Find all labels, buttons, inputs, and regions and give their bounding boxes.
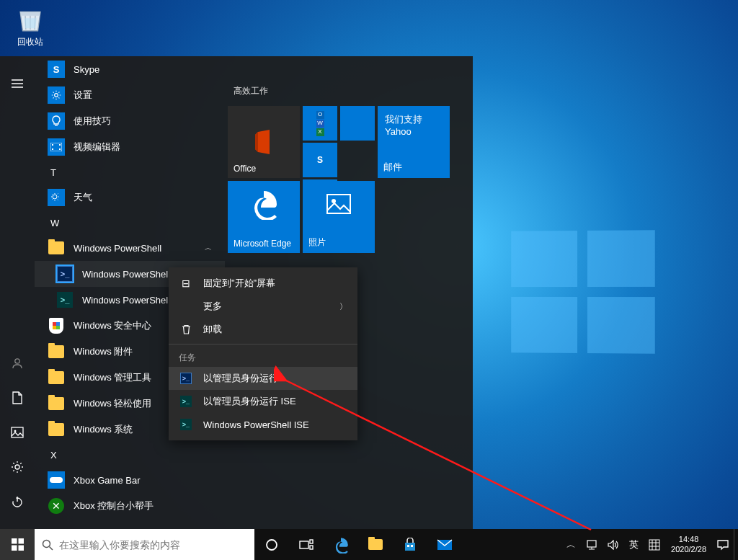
recycle-bin-label: 回收站 bbox=[9, 36, 52, 48]
svg-line-26 bbox=[50, 546, 53, 550]
taskbar-store[interactable] bbox=[393, 529, 427, 560]
app-label: Skype bbox=[74, 64, 99, 75]
app-label: Xbox 控制台小帮手 bbox=[74, 499, 154, 512]
app-tips[interactable]: 使用技巧 bbox=[35, 108, 225, 134]
app-label: Windows 安全中心 bbox=[74, 319, 151, 332]
tile-edge[interactable]: Microsoft Edge bbox=[228, 181, 300, 253]
ctx-run-admin-ise[interactable]: >_以管理员身份运行 ISE bbox=[169, 390, 357, 413]
taskview-button[interactable] bbox=[289, 529, 324, 560]
tile-skype-small[interactable]: S bbox=[303, 143, 337, 177]
show-desktop[interactable] bbox=[734, 529, 738, 560]
svg-rect-18 bbox=[327, 195, 350, 213]
svg-rect-21 bbox=[12, 538, 17, 544]
weather-icon bbox=[48, 189, 65, 206]
clock-time: 14:48 bbox=[671, 535, 706, 545]
ime-icon bbox=[649, 539, 660, 551]
app-skype[interactable]: SSkype bbox=[35, 56, 225, 82]
search-input[interactable] bbox=[59, 539, 247, 551]
tile-group-header[interactable]: 高效工作 bbox=[228, 56, 461, 106]
document-icon bbox=[12, 391, 23, 404]
clock-date: 2020/2/28 bbox=[671, 545, 706, 555]
xbox-icon: ✕ bbox=[48, 497, 65, 515]
tray-volume[interactable] bbox=[603, 529, 624, 560]
svg-rect-29 bbox=[310, 540, 313, 543]
app-label: Windows 附件 bbox=[74, 345, 133, 358]
tile-outlook[interactable]: OWX bbox=[303, 106, 337, 141]
pictures-icon bbox=[11, 427, 24, 438]
rail-user-button[interactable] bbox=[0, 346, 35, 381]
app-video-editor[interactable]: 视频编辑器 bbox=[35, 134, 225, 160]
tray-ime-lang[interactable]: 英 bbox=[624, 529, 644, 560]
rail-documents-button[interactable] bbox=[0, 381, 35, 415]
pin-icon: ⊟ bbox=[179, 277, 193, 289]
notification-icon bbox=[717, 539, 729, 551]
tray-ime-mode[interactable] bbox=[644, 529, 665, 560]
tray-notifications[interactable] bbox=[712, 529, 734, 560]
app-xbox-console[interactable]: ✕Xbox 控制台小帮手 bbox=[35, 493, 225, 519]
app-label: Windows 轻松使用 bbox=[74, 397, 151, 410]
app-label: 设置 bbox=[74, 89, 92, 102]
app-xbox-gamebar[interactable]: Xbox Game Bar bbox=[35, 467, 225, 493]
svg-rect-32 bbox=[411, 545, 413, 547]
svg-point-19 bbox=[332, 199, 336, 203]
rail-settings-button[interactable] bbox=[0, 450, 35, 484]
app-label: Windows PowerShell bbox=[74, 243, 161, 254]
taskbar-search[interactable] bbox=[35, 529, 254, 560]
folder-icon bbox=[48, 395, 65, 412]
taskbar-explorer[interactable] bbox=[358, 529, 393, 560]
cortana-button[interactable] bbox=[254, 529, 289, 560]
recycle-bin[interactable]: 回收站 bbox=[9, 4, 52, 48]
tray-clock[interactable]: 14:48 2020/2/28 bbox=[665, 535, 712, 555]
start-button[interactable] bbox=[0, 529, 35, 560]
ctx-label: 卸载 bbox=[203, 323, 222, 336]
letter-header-t[interactable]: T bbox=[35, 160, 225, 185]
letter-header-x[interactable]: X bbox=[35, 443, 225, 467]
power-icon bbox=[11, 495, 24, 508]
letter-header-w[interactable]: W bbox=[35, 210, 225, 235]
tile-label: Office bbox=[234, 164, 256, 174]
tile-yahoo[interactable] bbox=[340, 106, 375, 141]
folder-icon bbox=[368, 539, 383, 550]
ctx-run-admin[interactable]: >_以管理员身份运行 bbox=[169, 367, 357, 390]
svg-rect-12 bbox=[52, 144, 53, 146]
powershell-ise-icon: >_ bbox=[56, 291, 74, 308]
ime-label: 英 bbox=[629, 538, 639, 551]
app-weather[interactable]: 天气 bbox=[35, 185, 225, 210]
ctx-more[interactable]: 更多〉 bbox=[169, 295, 357, 318]
svg-rect-30 bbox=[310, 546, 313, 549]
taskbar-edge[interactable] bbox=[324, 529, 358, 560]
tray-chevron[interactable]: ︿ bbox=[561, 529, 581, 560]
gear-icon bbox=[11, 461, 24, 474]
ctx-uninstall[interactable]: 卸载 bbox=[169, 318, 357, 341]
tray-network[interactable] bbox=[581, 529, 603, 560]
volume-icon bbox=[608, 540, 619, 550]
tile-office[interactable]: Office bbox=[228, 106, 300, 178]
taskbar-mail[interactable] bbox=[427, 529, 462, 560]
taskbar: ︿ 英 14:48 2020/2/28 bbox=[0, 529, 738, 560]
svg-point-5 bbox=[14, 430, 17, 432]
folder-icon bbox=[48, 239, 65, 257]
tile-photos[interactable]: 照片 bbox=[303, 181, 375, 253]
chevron-up-icon: ︿ bbox=[205, 243, 212, 253]
tile-yahoo-wide[interactable]: 我们支持 Yahoo 邮件 bbox=[378, 106, 450, 178]
svg-point-16 bbox=[53, 195, 57, 199]
search-icon bbox=[42, 539, 53, 551]
app-powershell-folder[interactable]: Windows PowerShell︿ bbox=[35, 235, 225, 261]
tile-label: Microsoft Edge bbox=[234, 239, 291, 249]
powershell-ise-icon: >_ bbox=[179, 419, 193, 430]
rail-expand-button[interactable] bbox=[0, 66, 35, 101]
recycle-bin-icon bbox=[15, 4, 45, 35]
windows-icon bbox=[12, 538, 24, 551]
ctx-separator bbox=[169, 344, 357, 345]
rail-pictures-button[interactable] bbox=[0, 415, 35, 450]
rail-power-button[interactable] bbox=[0, 484, 35, 519]
svg-point-3 bbox=[15, 359, 19, 363]
trash-icon bbox=[179, 324, 193, 334]
ctx-label: Windows PowerShell ISE bbox=[203, 419, 309, 430]
ctx-pin-start[interactable]: ⊟固定到"开始"屏幕 bbox=[169, 272, 357, 295]
app-label: Windows 管理工具 bbox=[74, 371, 151, 384]
app-settings[interactable]: 设置 bbox=[35, 82, 225, 108]
ctx-ps-ise[interactable]: >_Windows PowerShell ISE bbox=[169, 413, 357, 436]
app-label: Xbox Game Bar bbox=[74, 475, 141, 486]
app-label: 视频编辑器 bbox=[74, 141, 120, 154]
